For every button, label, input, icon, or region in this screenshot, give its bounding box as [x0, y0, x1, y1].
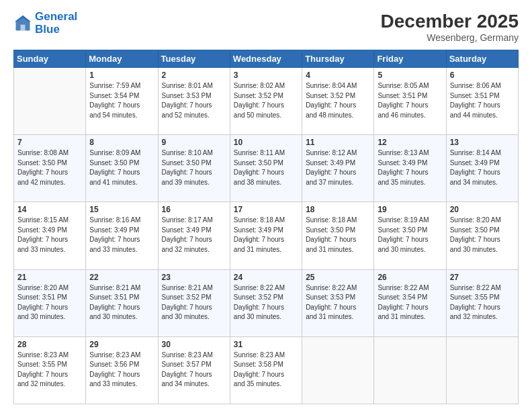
day-info: Sunrise: 8:05 AMSunset: 3:51 PMDaylight:…	[378, 81, 442, 120]
logo: General Blue	[13, 11, 77, 36]
calendar-week-5: 28Sunrise: 8:23 AMSunset: 3:55 PMDayligh…	[14, 336, 519, 404]
logo-text: General Blue	[35, 11, 77, 36]
calendar-cell: 22Sunrise: 8:21 AMSunset: 3:51 PMDayligh…	[86, 269, 158, 336]
calendar-cell: 31Sunrise: 8:23 AMSunset: 3:58 PMDayligh…	[230, 336, 302, 404]
weekday-header-friday: Friday	[374, 50, 446, 68]
calendar-cell: 30Sunrise: 8:23 AMSunset: 3:57 PMDayligh…	[158, 336, 230, 404]
calendar-week-2: 7Sunrise: 8:08 AMSunset: 3:50 PMDaylight…	[14, 135, 519, 202]
calendar-cell	[14, 68, 86, 135]
day-number: 13	[450, 138, 515, 147]
calendar-cell: 4Sunrise: 8:04 AMSunset: 3:52 PMDaylight…	[302, 68, 374, 135]
calendar-table: SundayMondayTuesdayWednesdayThursdayFrid…	[13, 50, 519, 404]
day-info: Sunrise: 8:20 AMSunset: 3:50 PMDaylight:…	[450, 216, 515, 255]
day-number: 2	[162, 71, 226, 80]
calendar-cell: 16Sunrise: 8:17 AMSunset: 3:49 PMDayligh…	[158, 202, 230, 269]
day-number: 1	[89, 71, 154, 80]
calendar-cell: 9Sunrise: 8:10 AMSunset: 3:50 PMDaylight…	[158, 135, 230, 202]
calendar-cell: 1Sunrise: 7:59 AMSunset: 3:54 PMDaylight…	[86, 68, 158, 135]
day-info: Sunrise: 8:16 AMSunset: 3:49 PMDaylight:…	[89, 216, 154, 255]
day-number: 29	[89, 340, 154, 349]
day-number: 10	[234, 138, 298, 147]
calendar-cell: 13Sunrise: 8:14 AMSunset: 3:49 PMDayligh…	[446, 135, 518, 202]
calendar-cell: 24Sunrise: 8:22 AMSunset: 3:52 PMDayligh…	[230, 269, 302, 336]
calendar-cell: 8Sunrise: 8:09 AMSunset: 3:50 PMDaylight…	[86, 135, 158, 202]
logo-icon	[13, 14, 32, 33]
page: General Blue December 2025 Wesenberg, Ge…	[0, 0, 532, 411]
calendar-cell: 5Sunrise: 8:05 AMSunset: 3:51 PMDaylight…	[374, 68, 446, 135]
day-number: 19	[378, 205, 442, 214]
calendar-week-4: 21Sunrise: 8:20 AMSunset: 3:51 PMDayligh…	[14, 269, 519, 336]
day-info: Sunrise: 8:14 AMSunset: 3:49 PMDaylight:…	[450, 148, 515, 187]
calendar-cell: 29Sunrise: 8:23 AMSunset: 3:56 PMDayligh…	[86, 336, 158, 404]
calendar-cell: 19Sunrise: 8:19 AMSunset: 3:50 PMDayligh…	[374, 202, 446, 269]
day-number: 17	[234, 205, 298, 214]
day-info: Sunrise: 8:02 AMSunset: 3:52 PMDaylight:…	[234, 81, 298, 120]
day-number: 20	[450, 205, 515, 214]
day-info: Sunrise: 8:21 AMSunset: 3:51 PMDaylight:…	[89, 283, 154, 322]
day-info: Sunrise: 8:17 AMSunset: 3:49 PMDaylight:…	[162, 216, 226, 255]
day-info: Sunrise: 8:06 AMSunset: 3:51 PMDaylight:…	[450, 81, 515, 120]
day-number: 11	[306, 138, 370, 147]
calendar-cell: 10Sunrise: 8:11 AMSunset: 3:50 PMDayligh…	[230, 135, 302, 202]
day-number: 22	[89, 273, 154, 282]
day-info: Sunrise: 8:09 AMSunset: 3:50 PMDaylight:…	[89, 148, 154, 187]
calendar-cell: 20Sunrise: 8:20 AMSunset: 3:50 PMDayligh…	[446, 202, 518, 269]
calendar-cell	[446, 336, 518, 404]
calendar-cell: 26Sunrise: 8:22 AMSunset: 3:54 PMDayligh…	[374, 269, 446, 336]
calendar-cell: 25Sunrise: 8:22 AMSunset: 3:53 PMDayligh…	[302, 269, 374, 336]
calendar-cell: 7Sunrise: 8:08 AMSunset: 3:50 PMDaylight…	[14, 135, 86, 202]
day-number: 28	[17, 340, 82, 349]
day-number: 6	[450, 71, 515, 80]
day-info: Sunrise: 8:20 AMSunset: 3:51 PMDaylight:…	[17, 283, 82, 322]
day-info: Sunrise: 8:21 AMSunset: 3:52 PMDaylight:…	[162, 283, 226, 322]
day-info: Sunrise: 8:12 AMSunset: 3:49 PMDaylight:…	[306, 148, 370, 187]
weekday-header-monday: Monday	[86, 50, 158, 68]
day-info: Sunrise: 8:19 AMSunset: 3:50 PMDaylight:…	[378, 216, 442, 255]
day-number: 14	[17, 205, 82, 214]
calendar-cell	[374, 336, 446, 404]
day-info: Sunrise: 8:01 AMSunset: 3:53 PMDaylight:…	[162, 81, 226, 120]
day-number: 5	[378, 71, 442, 80]
day-info: Sunrise: 8:11 AMSunset: 3:50 PMDaylight:…	[234, 148, 298, 187]
day-info: Sunrise: 8:18 AMSunset: 3:49 PMDaylight:…	[234, 216, 298, 255]
svg-rect-2	[21, 24, 26, 30]
day-info: Sunrise: 8:13 AMSunset: 3:49 PMDaylight:…	[378, 148, 442, 187]
calendar-cell: 3Sunrise: 8:02 AMSunset: 3:52 PMDaylight…	[230, 68, 302, 135]
calendar-cell: 15Sunrise: 8:16 AMSunset: 3:49 PMDayligh…	[86, 202, 158, 269]
weekday-header-wednesday: Wednesday	[230, 50, 302, 68]
day-info: Sunrise: 8:23 AMSunset: 3:58 PMDaylight:…	[234, 351, 298, 390]
day-info: Sunrise: 7:59 AMSunset: 3:54 PMDaylight:…	[89, 81, 154, 120]
calendar-week-3: 14Sunrise: 8:15 AMSunset: 3:49 PMDayligh…	[14, 202, 519, 269]
day-number: 25	[306, 273, 370, 282]
calendar-cell: 21Sunrise: 8:20 AMSunset: 3:51 PMDayligh…	[14, 269, 86, 336]
header: General Blue December 2025 Wesenberg, Ge…	[13, 11, 519, 43]
day-number: 12	[378, 138, 442, 147]
day-number: 3	[234, 71, 298, 80]
day-info: Sunrise: 8:23 AMSunset: 3:56 PMDaylight:…	[89, 351, 154, 390]
day-info: Sunrise: 8:04 AMSunset: 3:52 PMDaylight:…	[306, 81, 370, 120]
day-info: Sunrise: 8:23 AMSunset: 3:57 PMDaylight:…	[162, 351, 226, 390]
weekday-header-saturday: Saturday	[446, 50, 518, 68]
day-info: Sunrise: 8:22 AMSunset: 3:52 PMDaylight:…	[234, 283, 298, 322]
location: Wesenberg, Germany	[381, 32, 519, 43]
calendar-cell: 18Sunrise: 8:18 AMSunset: 3:50 PMDayligh…	[302, 202, 374, 269]
day-number: 24	[234, 273, 298, 282]
weekday-header-sunday: Sunday	[14, 50, 86, 68]
day-info: Sunrise: 8:22 AMSunset: 3:54 PMDaylight:…	[378, 283, 442, 322]
day-info: Sunrise: 8:22 AMSunset: 3:53 PMDaylight:…	[306, 283, 370, 322]
day-number: 15	[89, 205, 154, 214]
day-number: 31	[234, 340, 298, 349]
day-info: Sunrise: 8:15 AMSunset: 3:49 PMDaylight:…	[17, 216, 82, 255]
calendar-cell	[302, 336, 374, 404]
day-number: 26	[378, 273, 442, 282]
day-number: 30	[162, 340, 226, 349]
calendar-cell: 2Sunrise: 8:01 AMSunset: 3:53 PMDaylight…	[158, 68, 230, 135]
day-info: Sunrise: 8:18 AMSunset: 3:50 PMDaylight:…	[306, 216, 370, 255]
calendar-cell: 14Sunrise: 8:15 AMSunset: 3:49 PMDayligh…	[14, 202, 86, 269]
day-number: 9	[162, 138, 226, 147]
day-number: 23	[162, 273, 226, 282]
calendar-header-row: SundayMondayTuesdayWednesdayThursdayFrid…	[14, 50, 519, 68]
title-block: December 2025 Wesenberg, Germany	[381, 11, 519, 43]
day-number: 18	[306, 205, 370, 214]
weekday-header-thursday: Thursday	[302, 50, 374, 68]
